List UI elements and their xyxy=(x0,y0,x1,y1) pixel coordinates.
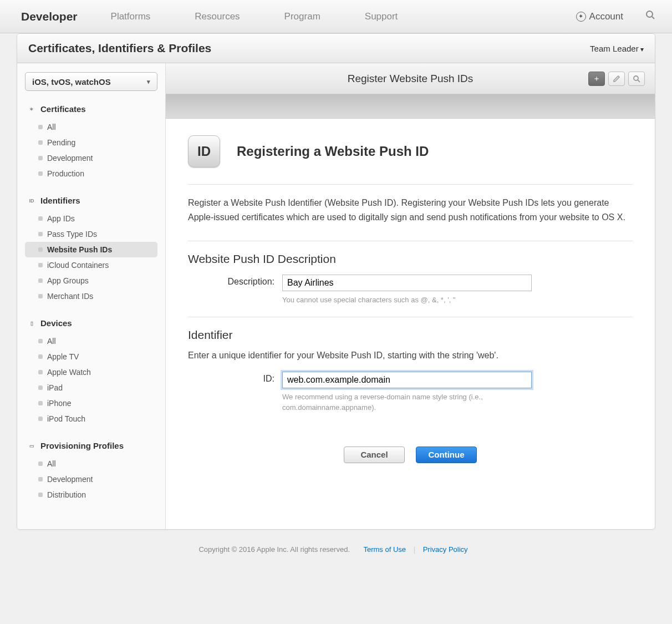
sidebar-item[interactable]: Apple TV xyxy=(25,349,157,364)
sidebar-item-label: Pending xyxy=(47,138,75,147)
identifier-section-title: Identifier xyxy=(188,328,633,342)
account-link[interactable]: ✦ Account xyxy=(576,11,623,22)
description-hint: You cannot use special characters such a… xyxy=(282,295,532,306)
sidebar-item-label: Development xyxy=(47,154,93,163)
description-input[interactable] xyxy=(282,275,532,291)
sidebar-item[interactable]: Distribution xyxy=(25,487,157,503)
sidebar-item-label: Distribution xyxy=(47,490,86,499)
section-icon: ▭ xyxy=(27,442,36,450)
section-title: Certificates xyxy=(40,104,86,114)
description-label: Description: xyxy=(188,275,282,287)
main-panel: Register Website Push IDs ＋ ID Registeri… xyxy=(166,63,655,529)
sidebar-item-label: Apple Watch xyxy=(47,368,91,377)
sidebar-item[interactable]: Pending xyxy=(25,135,157,150)
nav-section-header: ▭Provisioning Profiles xyxy=(25,438,157,454)
sidebar-item[interactable]: All xyxy=(25,333,157,349)
sidebar-item-label: Website Push IDs xyxy=(47,245,112,254)
footer-copyright: Copyright © 2016 Apple Inc. All rights r… xyxy=(198,545,350,554)
edit-button[interactable] xyxy=(608,72,625,86)
platform-select[interactable]: iOS, tvOS, watchOS xyxy=(25,72,157,91)
main-header-title: Register Website Push IDs xyxy=(348,73,474,85)
svg-line-1 xyxy=(652,17,654,19)
hero: ID Registering a Website Push ID xyxy=(188,135,633,168)
identifier-input[interactable] xyxy=(282,372,532,388)
sidebar-item-label: Merchant IDs xyxy=(47,292,93,301)
nav-resources[interactable]: Resources xyxy=(195,11,240,22)
section-title: Identifiers xyxy=(40,196,80,205)
footer-privacy-link[interactable]: Privacy Policy xyxy=(423,545,468,554)
section-title: Devices xyxy=(40,318,72,328)
cancel-button[interactable]: Cancel xyxy=(344,447,405,463)
sidebar-item[interactable]: iPhone xyxy=(25,395,157,411)
content: ID Registering a Website Push ID Registe… xyxy=(166,119,655,480)
search-button[interactable] xyxy=(628,72,645,86)
footer-separator: | xyxy=(414,545,415,554)
sidebar-item-label: iPhone xyxy=(47,399,72,408)
add-button[interactable]: ＋ xyxy=(588,72,605,86)
sidebar-item[interactable]: Website Push IDs xyxy=(25,242,157,257)
sidebar-item-label: Production xyxy=(47,169,84,178)
description-section-title: Website Push ID Description xyxy=(188,252,633,266)
sidebar-item-label: App Groups xyxy=(47,276,89,285)
sidebar-item-label: Pass Type IDs xyxy=(47,230,97,239)
svg-point-2 xyxy=(634,76,638,80)
nav-section: ▯DevicesAllApple TVApple WatchiPadiPhone… xyxy=(25,315,157,432)
sidebar-item[interactable]: All xyxy=(25,119,157,135)
sidebar-item-label: App IDs xyxy=(47,214,75,223)
intro-text: Register a Website Push Identifier (Webs… xyxy=(188,196,633,224)
sidebar-item[interactable]: iPad xyxy=(25,380,157,395)
nav-section: ✶CertificatesAllPendingDevelopmentProduc… xyxy=(25,101,157,187)
footer-terms-link[interactable]: Terms of Use xyxy=(363,545,406,554)
sidebar-item[interactable]: Production xyxy=(25,166,157,181)
sidebar: iOS, tvOS, watchOS ✶CertificatesAllPendi… xyxy=(17,63,166,529)
nav-support[interactable]: Support xyxy=(365,11,398,22)
gradient-bar xyxy=(166,94,655,119)
nav-right: ✦ Account xyxy=(576,10,655,23)
sidebar-item[interactable]: Development xyxy=(25,471,157,487)
svg-point-0 xyxy=(646,11,653,17)
footer: Copyright © 2016 Apple Inc. All rights r… xyxy=(0,530,672,569)
person-icon: ✦ xyxy=(576,12,586,22)
sidebar-item-label: All xyxy=(47,459,56,468)
sidebar-item-label: iCloud Containers xyxy=(47,261,109,270)
sidebar-item[interactable]: App Groups xyxy=(25,273,157,288)
nav-platforms[interactable]: Platforms xyxy=(111,11,151,22)
sidebar-item[interactable]: Apple Watch xyxy=(25,364,157,380)
nav-section-header: ✶Certificates xyxy=(25,101,157,117)
divider xyxy=(188,317,633,317)
sidebar-item[interactable]: App IDs xyxy=(25,211,157,226)
nav-links: Platforms Resources Program Support xyxy=(111,11,576,22)
sidebar-item[interactable]: All xyxy=(25,456,157,471)
sidebar-item-label: iPod Touch xyxy=(47,414,85,423)
search-icon[interactable] xyxy=(645,10,655,23)
page-title: Certificates, Identifiers & Profiles xyxy=(28,42,211,55)
identifier-hint: We recommend using a reverse-domain name… xyxy=(282,392,532,413)
sidebar-item[interactable]: iCloud Containers xyxy=(25,257,157,273)
id-badge-icon: ID xyxy=(188,135,220,168)
svg-line-3 xyxy=(638,80,640,82)
sidebar-item[interactable]: Development xyxy=(25,150,157,166)
platform-select-label: iOS, tvOS, watchOS xyxy=(32,77,111,87)
sidebar-item[interactable]: Merchant IDs xyxy=(25,288,157,304)
nav-section: IDIdentifiersApp IDsPass Type IDsWebsite… xyxy=(25,192,157,310)
sidebar-item-label: All xyxy=(47,337,56,346)
section-icon: ID xyxy=(27,196,36,205)
identifier-label: ID: xyxy=(188,372,282,384)
sidebar-item-label: Development xyxy=(47,475,93,484)
identifier-row: ID: We recommend using a reverse-domain … xyxy=(188,372,633,413)
section-icon: ✶ xyxy=(27,105,36,114)
sidebar-item-label: Apple TV xyxy=(47,352,79,361)
account-label: Account xyxy=(589,11,623,22)
sidebar-item-label: All xyxy=(47,123,56,131)
sidebar-item[interactable]: iPod Touch xyxy=(25,411,157,427)
continue-button[interactable]: Continue xyxy=(416,447,477,463)
team-selector[interactable]: Team Leader xyxy=(590,44,644,53)
divider xyxy=(188,241,633,241)
brand-label: Developer xyxy=(21,10,78,23)
nav-program[interactable]: Program xyxy=(284,11,320,22)
section-icon: ▯ xyxy=(27,319,36,328)
description-row: Description: You cannot use special char… xyxy=(188,275,633,306)
sidebar-item[interactable]: Pass Type IDs xyxy=(25,226,157,242)
nav-section: ▭Provisioning ProfilesAllDevelopmentDist… xyxy=(25,438,157,508)
top-nav: Developer Platforms Resources Program Su… xyxy=(0,0,672,33)
